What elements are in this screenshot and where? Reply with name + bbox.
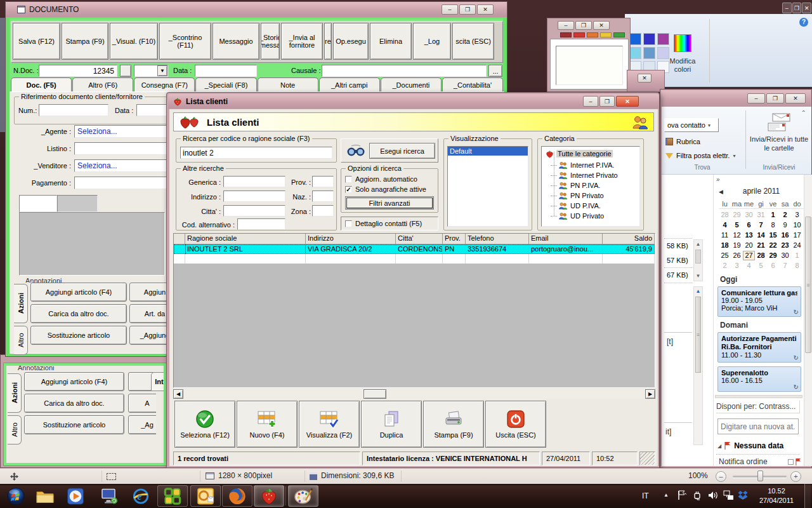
- calendar-day[interactable]: 8: [791, 261, 803, 271]
- table-cell[interactable]: CORDENONS: [396, 244, 443, 254]
- calendar-day[interactable]: 7: [755, 220, 767, 230]
- listbox-item-selected[interactable]: Default: [448, 147, 528, 156]
- tab-altro-f6-[interactable]: Altro (F6): [72, 77, 133, 91]
- aggiorn-automatico-checkbox[interactable]: Aggiorn. automatico: [345, 175, 417, 183]
- button-stampa-f9-[interactable]: Stampa (F9): [423, 401, 484, 448]
- toolbar-button-scita-esc-[interactable]: scita (ESC): [452, 23, 494, 60]
- generica-input[interactable]: [223, 176, 285, 187]
- toolbar-button--visual-f10-[interactable]: _Visual. (F10): [110, 23, 158, 60]
- categoria-item-ud-p-iva-[interactable]: UD P.IVA.: [551, 201, 601, 211]
- tab-consegna-f7-[interactable]: Consegna (F7): [134, 77, 195, 91]
- search-input[interactable]: [180, 147, 332, 159]
- calendar-day[interactable]: 11: [719, 231, 731, 240]
- checkbox-icon[interactable]: [345, 220, 352, 227]
- table-header-telefono[interactable]: Telefono: [466, 234, 529, 244]
- calendar-selected-day[interactable]: 27: [743, 251, 755, 260]
- calendar-day[interactable]: 25: [719, 251, 731, 260]
- action-button-aggiun[interactable]: Aggiun: [129, 283, 167, 302]
- toolbar-button--log[interactable]: _Log: [413, 23, 451, 60]
- help-icon[interactable]: ?: [799, 18, 808, 27]
- calendar-day[interactable]: 2: [779, 210, 791, 220]
- tab--altri-campi[interactable]: _Altri campi: [319, 77, 380, 91]
- show-desktop-button[interactable]: [804, 484, 811, 508]
- table-cell[interactable]: 3351936674: [466, 244, 529, 254]
- calendar-day[interactable]: 19: [731, 241, 743, 250]
- prov-input[interactable]: [312, 176, 334, 187]
- todo-scrollbar[interactable]: ≡ ▼: [804, 175, 812, 466]
- zoom-out-button[interactable]: –: [716, 471, 726, 482]
- scroll-thumb[interactable]: [363, 389, 386, 399]
- table-cell[interactable]: 45'619,9: [603, 244, 655, 254]
- calendar-day[interactable]: 5: [731, 220, 743, 230]
- causale-more-button[interactable]: ...: [488, 65, 502, 77]
- palette-color-swatch[interactable]: [573, 32, 585, 37]
- toolbar-button--storic-messa[interactable]: _Storic messa: [261, 23, 280, 60]
- table-cell-empty[interactable]: [529, 254, 603, 264]
- taskbar-firefox[interactable]: [222, 485, 252, 507]
- button-duplica[interactable]: Duplica: [361, 401, 422, 448]
- lista-maximize-button[interactable]: ❐: [599, 96, 615, 107]
- calendar-day[interactable]: 2: [719, 261, 731, 271]
- invia-ricevi-button[interactable]: Invia/Ricevi in tutte le cartelle: [749, 112, 809, 163]
- ndoc-small-button[interactable]: [120, 65, 131, 77]
- resize-grip[interactable]: [639, 451, 655, 465]
- volume-icon[interactable]: [708, 490, 719, 500]
- clock[interactable]: 10.52 27/04/2011: [754, 486, 799, 505]
- outlook-titlebar[interactable]: – ❐ ✕: [661, 90, 811, 107]
- categoria-item-pn-privato[interactable]: PN Privato: [551, 190, 604, 201]
- lista-minimize-button[interactable]: –: [583, 96, 598, 107]
- side-tab-azioni[interactable]: Azioni: [8, 373, 22, 413]
- table-cell-empty[interactable]: [174, 254, 185, 264]
- taskbar-remote-desktop[interactable]: [96, 485, 122, 507]
- visualizzazione-listbox[interactable]: Default: [447, 146, 528, 227]
- paint-close-button[interactable]: ✕: [802, 3, 811, 13]
- scroll-right-icon[interactable]: ▶: [645, 389, 655, 399]
- appointment-card[interactable]: Autorizzare Pagamenti Ri.Ba. Fornitori 1…: [717, 332, 801, 363]
- calendar-day[interactable]: 1: [767, 210, 779, 220]
- table-cell-empty[interactable]: [185, 254, 306, 264]
- calendar-day[interactable]: 28: [719, 210, 731, 220]
- table-cell[interactable]: INOUTLET 2 SRL: [185, 244, 306, 254]
- table-cell-empty[interactable]: [466, 254, 529, 264]
- action-button--aggiung[interactable]: _Aggiung: [129, 326, 167, 345]
- tab--speciali-f8-[interactable]: _Speciali (F8): [195, 77, 256, 91]
- calendar-day[interactable]: 10: [791, 220, 803, 230]
- outlook-maximize-button[interactable]: ❐: [766, 93, 784, 104]
- calendar-day[interactable]: 3: [731, 261, 743, 271]
- lista-close-button[interactable]: ✕: [616, 96, 639, 107]
- filtra-posta-button[interactable]: Filtra posta elettr. ▾: [665, 150, 744, 161]
- table-header-citta-[interactable]: Citta': [396, 234, 443, 244]
- language-indicator[interactable]: IT: [642, 491, 649, 500]
- categoria-item-internet-p-iva-[interactable]: Internet P.IVA.: [551, 160, 614, 170]
- new-task-input[interactable]: [717, 418, 799, 434]
- calendar-day[interactable]: 23: [779, 241, 791, 250]
- calendar-day[interactable]: 31: [755, 210, 767, 220]
- dialog-minimize-button[interactable]: –: [558, 21, 574, 30]
- cod-alternativo-input[interactable]: [237, 218, 285, 230]
- palette-color-swatch[interactable]: [643, 33, 655, 45]
- tab-doc-f5-[interactable]: Doc. (F5): [11, 77, 72, 91]
- categoria-item-pn-p-iva-[interactable]: PN P.IVA.: [551, 180, 600, 190]
- table-header-selector[interactable]: [174, 234, 185, 244]
- button-uscita-esc-[interactable]: Uscita (ESC): [485, 401, 546, 448]
- causale-input[interactable]: [322, 65, 487, 77]
- calendar-day[interactable]: 26: [731, 251, 743, 260]
- action-button-a[interactable]: A: [128, 394, 156, 413]
- filtri-avanzati-button[interactable]: Filtri avanzati: [345, 196, 434, 210]
- ndoc-type-dropdown[interactable]: ▼: [134, 65, 168, 77]
- action-button-carica-da-altro-doc-[interactable]: Carica da altro doc.: [30, 304, 127, 323]
- calendar-day[interactable]: 15: [767, 231, 779, 240]
- calendar-month-title[interactable]: aprile 2011: [726, 187, 796, 196]
- documento-close-button[interactable]: ✕: [477, 4, 494, 15]
- categoria-item-ud-privato[interactable]: UD Privato: [551, 211, 604, 221]
- scroll-left-icon[interactable]: ◀: [173, 389, 183, 399]
- tab-intestatario-fragment[interactable]: Int: [151, 372, 164, 391]
- task-checkbox[interactable]: [788, 459, 794, 465]
- action-button-sostituzione-articolo[interactable]: Sostituzione articolo: [30, 326, 127, 345]
- tab--documenti[interactable]: _Documenti: [381, 77, 442, 91]
- table-cell-empty[interactable]: [603, 254, 655, 264]
- calendar-day[interactable]: 3: [791, 210, 803, 220]
- num-input[interactable]: [39, 104, 108, 116]
- calendar-grid[interactable]: 2829303112345678910111213141516171819202…: [719, 210, 804, 272]
- outlook-minimize-button[interactable]: –: [747, 93, 765, 104]
